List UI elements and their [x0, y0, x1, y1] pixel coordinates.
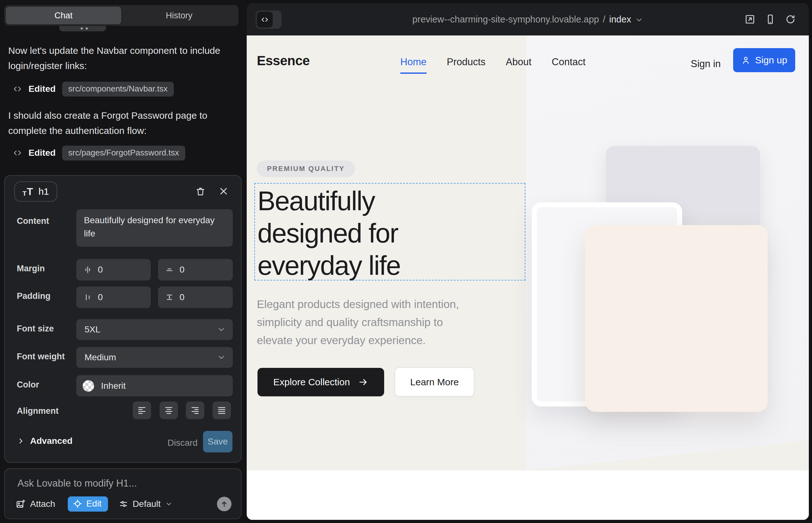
delete-element-button[interactable] [195, 186, 206, 197]
image-plus-icon [16, 499, 26, 509]
padding-y-input[interactable]: 0 [158, 287, 233, 308]
composer-input[interactable]: Ask Lovable to modify H1... [17, 478, 226, 489]
open-external-icon[interactable] [744, 14, 756, 25]
attach-button[interactable]: Attach [16, 499, 55, 509]
scrolled-message-remnant [59, 26, 106, 31]
selected-element-badge: TT h1 [14, 181, 57, 202]
padding-vertical-icon [165, 293, 174, 302]
site-viewport: Essence Home Products About Contact Sign… [247, 35, 809, 520]
mode-selector[interactable]: Default [119, 499, 173, 509]
sidebar-tabs: Chat History [4, 5, 239, 26]
margin-label: Margin [17, 264, 45, 273]
sign-in-link[interactable]: Sign in [691, 58, 721, 70]
element-tag: h1 [38, 186, 49, 197]
chevron-down-icon [635, 16, 643, 24]
learn-more-button[interactable]: Learn More [394, 367, 474, 397]
margin-vertical-icon [165, 265, 174, 274]
edited-file-row: Edited src/components/Navbar.tsx [13, 82, 174, 96]
margin-y-input[interactable]: 0 [158, 259, 233, 281]
decorative-card-cream [585, 225, 768, 412]
hero-section: Essence Home Products About Contact Sign… [247, 35, 809, 470]
nav-contact[interactable]: Contact [552, 56, 586, 74]
alignment-label: Alignment [17, 406, 58, 416]
font-weight-select[interactable]: Medium [76, 347, 233, 368]
hero-heading[interactable]: Beautifullydesigned foreveryday life [258, 185, 400, 282]
font-weight-label: Font weight [17, 352, 65, 362]
edit-mode-button[interactable]: Edit [68, 497, 108, 511]
edited-label: Edited [29, 148, 56, 158]
align-justify-button[interactable] [212, 401, 231, 419]
assistant-message: I should also create a Forgot Password p… [8, 108, 222, 138]
chevron-down-icon [165, 500, 173, 508]
nav-products[interactable]: Products [447, 56, 486, 74]
site-nav: Home Products About Contact [400, 56, 586, 74]
typography-icon: TT [22, 186, 33, 197]
section-below-hero [247, 470, 809, 520]
mobile-preview-icon[interactable] [764, 14, 776, 25]
send-button[interactable] [217, 497, 231, 511]
tab-history[interactable]: History [121, 7, 237, 24]
edited-file-badge[interactable]: src/pages/ForgotPassword.tsx [62, 146, 186, 161]
chat-sidebar: Chat History Now let's update the Navbar… [0, 0, 247, 523]
site-logo[interactable]: Essence [257, 53, 310, 68]
refresh-icon[interactable] [785, 14, 796, 25]
code-icon [13, 84, 22, 94]
margin-horizontal-icon [83, 265, 92, 274]
edited-file-badge[interactable]: src/components/Navbar.tsx [62, 82, 174, 96]
chevron-down-icon [217, 353, 226, 362]
save-button[interactable]: Save [203, 431, 232, 452]
align-left-button[interactable] [133, 401, 151, 419]
target-icon [73, 499, 82, 508]
content-textarea[interactable]: Beautifully designed for everyday life [76, 209, 233, 247]
edited-label: Edited [29, 84, 56, 94]
chat-composer: Ask Lovable to modify H1... Attach Edit … [4, 468, 242, 519]
margin-x-input[interactable]: 0 [76, 259, 151, 281]
nav-home[interactable]: Home [400, 56, 427, 74]
sliders-icon [119, 499, 128, 509]
sign-up-button[interactable]: Sign up [733, 48, 795, 72]
edited-file-row: Edited src/pages/ForgotPassword.tsx [13, 146, 185, 160]
discard-button[interactable]: Discard [167, 438, 198, 448]
close-editor-button[interactable] [219, 186, 228, 196]
color-picker[interactable]: Inherit [76, 375, 233, 396]
advanced-toggle[interactable]: Advanced [17, 436, 72, 446]
preview-topbar: preview--charming-site-symphony.lovable.… [247, 3, 809, 35]
explore-collection-button[interactable]: Explore Collection [258, 368, 384, 396]
premium-quality-badge: PREMIUM QUALITY [257, 161, 355, 177]
code-icon [13, 148, 22, 158]
hero-image-area [526, 35, 809, 470]
nav-about[interactable]: About [506, 56, 531, 74]
font-size-label: Font size [17, 324, 54, 334]
padding-x-input[interactable]: 0 [76, 287, 151, 308]
assistant-message: Now let's update the Navbar component to… [8, 43, 222, 73]
align-center-button[interactable] [160, 401, 178, 419]
preview-url[interactable]: preview--charming-site-symphony.lovable.… [247, 3, 809, 35]
user-icon [741, 55, 751, 65]
content-label: Content [17, 216, 49, 226]
preview-panel: preview--charming-site-symphony.lovable.… [247, 3, 809, 520]
tab-chat[interactable]: Chat [6, 7, 121, 24]
padding-horizontal-icon [83, 293, 92, 302]
font-size-select[interactable]: 5XL [76, 319, 233, 340]
decorative-wedge [526, 440, 809, 470]
color-label: Color [17, 380, 39, 390]
align-right-button[interactable] [186, 401, 204, 419]
hero-paragraph: Elegant products designed with intention… [257, 295, 459, 349]
chevron-down-icon [217, 325, 226, 334]
padding-label: Padding [17, 291, 51, 301]
color-swatch [83, 380, 94, 392]
chevron-right-icon [17, 437, 25, 445]
arrow-right-icon [358, 377, 368, 387]
element-editor-panel: TT h1 Content Beautifully designed for e… [4, 175, 242, 463]
